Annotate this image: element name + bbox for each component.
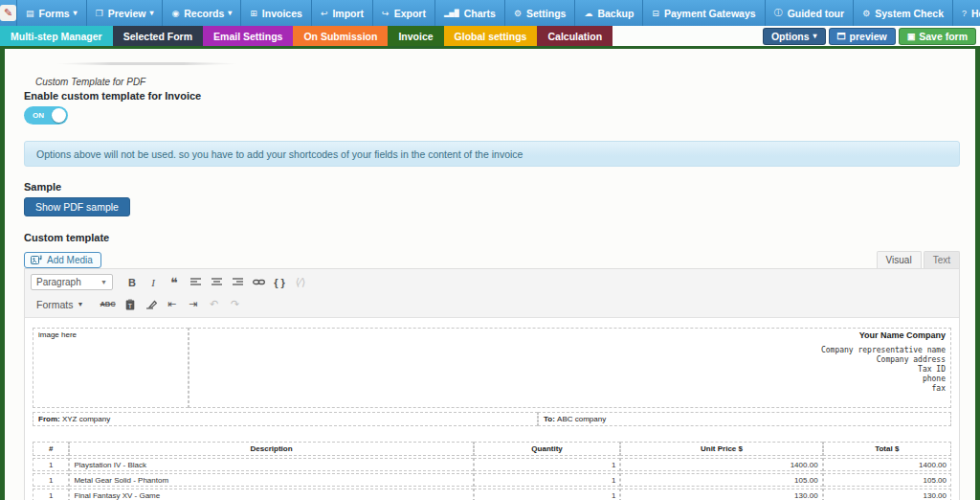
undo-button[interactable]: ↶ [205,295,224,313]
gear-icon: ⚙ [862,9,870,18]
question-icon: ? [962,9,967,18]
menu-backup[interactable]: ☁ Backup [575,0,643,26]
app-window: ✎ ▤ Forms ▾ ❐ Preview ▾ ◉ Records ▾ ⊞ In… [0,0,980,500]
options-button[interactable]: Options ▾ [763,28,826,45]
menu-payment-gateways[interactable]: ⊟ Payment Gateways [643,0,765,26]
custom-template-label: Custom template [24,232,960,243]
code-button-disabled[interactable]: ⟨∕⟩ [291,273,310,291]
company-info-cell: Your Name Company Company representative… [189,328,951,408]
link-button[interactable] [249,273,268,291]
editor-mode-tabs: Visual Text [877,251,960,268]
company-line: Company address [194,355,946,365]
items-header-row: # Description Quantity Unit Price $ Tota… [33,442,951,456]
chevron-down-icon: ▾ [74,9,78,17]
shortcode-button[interactable]: { } [270,273,289,291]
preview-button[interactable]: 🗔 preview [829,28,896,45]
company-line: fax [194,384,946,394]
editor-toolbar: Paragraph ▼ B I ❝ [25,269,959,318]
invoice-settings-panel: Custom Template for PDF Enable custom te… [0,46,980,500]
invoice-icon: ⊞ [250,9,257,18]
tab-on-submission[interactable]: On Submission [293,26,388,46]
menu-export[interactable]: ↪ Export [373,0,435,26]
editor-toolbar-row-2: Formats ▼ ABC T [31,293,953,315]
align-right-button[interactable] [228,273,247,291]
monitor-icon: 🗔 [837,32,846,41]
menu-settings[interactable]: ⚙ Settings [505,0,576,26]
formats-dropdown[interactable]: Formats ▼ [31,295,89,313]
form-tabs-bar: Multi-step Manager Selected Form Email S… [0,26,980,46]
outdent-button[interactable]: ⇤ [163,295,182,313]
menu-invoices[interactable]: ⊞ Invoices [241,0,312,26]
align-left-button[interactable] [186,273,205,291]
toggle-knob [52,108,66,123]
menu-guided-tour[interactable]: ⓘ Guided tour [766,0,855,26]
import-arrow-icon: ↩ [321,9,328,18]
clipboard-icon: T [125,299,135,310]
indent-button[interactable]: ⇥ [184,295,203,313]
chevron-down-icon: ▼ [78,301,84,307]
svg-text:T: T [128,302,133,308]
tab-global-settings[interactable]: Global settings [444,26,538,46]
invoice-header-table: image here Your Name Company Company rep… [33,326,951,410]
menu-records[interactable]: ◉ Records ▾ [163,0,241,26]
menu-import[interactable]: ↩ Import [312,0,373,26]
chevron-down-icon: ▾ [813,32,817,40]
paragraph-dropdown[interactable]: Paragraph ▼ [31,274,113,290]
tab-text[interactable]: Text [924,251,960,268]
media-icon [31,255,42,265]
enable-template-label: Enable custom template for Invoice [24,90,960,102]
info-circle-icon: ⓘ [774,7,783,19]
menu-preview[interactable]: ❐ Preview ▾ [87,0,164,26]
sample-label: Sample [24,181,960,193]
chevron-down-icon: ▾ [228,9,232,17]
eraser-icon [145,300,157,309]
tab-invoice[interactable]: Invoice [388,26,443,46]
app-logo[interactable]: ✎ [0,0,17,26]
cloud-icon: ☁ [584,9,592,18]
editor-content-area[interactable]: image here Your Name Company Company rep… [25,318,959,500]
link-icon [253,278,265,286]
clear-formatting-button[interactable] [142,295,161,313]
redo-button[interactable]: ↷ [226,295,245,313]
image-placeholder-cell: image here [33,328,189,408]
align-left-icon [190,278,201,286]
tab-multi-step-manager[interactable]: Multi-step Manager [0,26,113,46]
menu-charts[interactable]: ▂▅█ Charts [435,0,505,26]
forms-icon: ▤ [26,9,34,18]
save-icon: ▣ [907,32,916,41]
item-row: 1 Metal Gear Solid - Phantom 1 105.00 10… [33,473,951,487]
align-center-icon [212,278,222,286]
item-row: 1 Playstation IV - Black 1 1400.00 1400.… [33,458,951,471]
add-media-button[interactable]: Add Media [24,252,101,268]
editor-header-row: Add Media Visual Text [24,251,960,268]
from-to-table: From: XYZ company To: ABC company [33,410,951,428]
align-center-button[interactable] [207,273,226,291]
save-form-button[interactable]: ▣ Save form [899,28,976,45]
italic-button[interactable]: I [144,273,163,291]
menu-help[interactable]: ? Help ▾ [953,0,980,26]
blockquote-button[interactable]: ❝ [165,273,184,291]
show-pdf-sample-button[interactable]: Show PDF sample [24,197,130,216]
company-line: phone [194,375,946,384]
editor-toolbar-row-1: Paragraph ▼ B I ❝ [31,271,953,293]
enable-template-toggle[interactable]: ON [24,106,68,125]
invoice-items-table: # Description Quantity Unit Price $ Tota… [33,440,951,500]
menu-system-check[interactable]: ⚙ System Check [854,0,953,26]
chevron-down-icon: ▾ [149,9,153,17]
chevron-down-icon: ▼ [100,279,107,285]
strikethrough-button[interactable]: ABC [97,295,118,313]
tab-calculation[interactable]: Calculation [537,26,612,46]
item-row: 1 Final Fantasy XV - Game 1 130.00 130.0… [33,489,951,500]
gear-icon: ⚙ [514,9,522,18]
wysiwyg-editor: Paragraph ▼ B I ❝ [24,268,960,500]
company-line: Tax ID [194,365,946,375]
tab-visual[interactable]: Visual [877,251,922,268]
bold-button[interactable]: B [122,273,142,291]
tab-email-settings[interactable]: Email Settings [203,26,293,46]
tab-selected-form[interactable]: Selected Form [113,26,203,46]
paste-as-text-button[interactable]: T [121,295,140,313]
menu-forms[interactable]: ▤ Forms ▾ [17,0,87,26]
shortcodes-notice: Options above will not be used. so you h… [24,141,960,167]
tab-actions: Options ▾ 🗔 preview ▣ Save form [763,26,980,46]
align-right-icon [233,278,243,286]
